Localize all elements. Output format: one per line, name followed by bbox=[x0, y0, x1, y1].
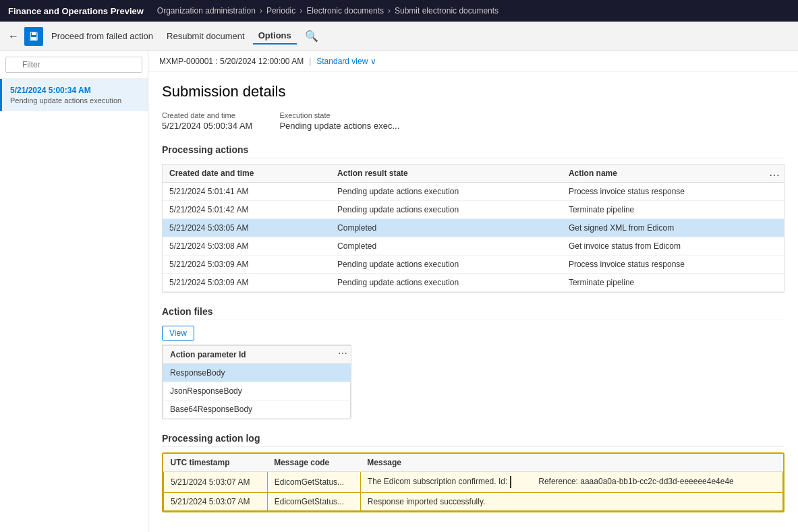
pa-date-1: 5/21/2024 5:01:42 AM bbox=[163, 201, 331, 219]
pa-state-5: Pending update actions execution bbox=[331, 274, 562, 292]
meta-created-value: 5/21/2024 05:00:34 AM bbox=[162, 121, 252, 131]
col-created: Created date and time bbox=[163, 165, 331, 183]
log-code-0: EdicomGetStatus... bbox=[267, 472, 360, 493]
processing-actions-title: Processing actions bbox=[162, 144, 785, 158]
meta-execution-value: Pending update actions exec... bbox=[279, 121, 399, 131]
log-col-message: Message bbox=[360, 454, 782, 472]
pa-action-1: Terminate pipeline bbox=[562, 201, 784, 219]
processing-action-row[interactable]: 5/21/2024 5:03:09 AM Pending update acti… bbox=[163, 274, 784, 292]
processing-action-row[interactable]: 5/21/2024 5:01:42 AM Pending update acti… bbox=[163, 201, 784, 219]
filter-input[interactable] bbox=[5, 57, 142, 73]
log-timestamp-0: 5/21/2024 5:03:07 AM bbox=[164, 472, 268, 493]
action-file-row[interactable]: ResponseBody bbox=[163, 364, 351, 382]
pa-state-3: Completed bbox=[331, 237, 562, 256]
log-ref-0: Reference: aaaa0a0a-bb1b-cc2c-dd3d-eeeee… bbox=[538, 477, 734, 486]
svg-rect-2 bbox=[31, 37, 36, 40]
cursor bbox=[510, 476, 511, 488]
log-message-1: Response imported successfully. bbox=[360, 493, 782, 511]
pa-date-2: 5/21/2024 5:03:05 AM bbox=[163, 219, 331, 237]
pa-state-0: Pending update actions execution bbox=[331, 183, 562, 201]
log-timestamp-1: 5/21/2024 5:03:07 AM bbox=[164, 493, 268, 511]
sidebar-item-desc: Pending update actions execution bbox=[10, 96, 140, 105]
view-chevron-icon: ∨ bbox=[370, 57, 376, 66]
action-files-section: Action files View ⋯ Action parameter Id … bbox=[162, 306, 785, 419]
meta-row: Created date and time 5/21/2024 05:00:34… bbox=[162, 111, 785, 131]
af-name-0: ResponseBody bbox=[163, 364, 351, 382]
meta-execution-label: Execution state bbox=[279, 111, 399, 119]
processing-action-row[interactable]: 5/21/2024 5:03:05 AM Completed Get signe… bbox=[163, 219, 784, 237]
main-layout: 🔍 5/21/2024 5:00:34 AM Pending update ac… bbox=[0, 51, 798, 532]
pa-state-4: Pending update actions execution bbox=[331, 256, 562, 274]
breadcrumb-electronic[interactable]: Electronic documents bbox=[306, 6, 384, 16]
save-icon bbox=[29, 32, 38, 41]
top-nav: Finance and Operations Preview Organizat… bbox=[0, 0, 798, 22]
processing-log-title: Processing action log bbox=[162, 433, 785, 447]
back-button[interactable]: ← bbox=[5, 28, 22, 45]
view-selector[interactable]: Standard view ∨ bbox=[316, 57, 376, 66]
breadcrumb-submit[interactable]: Submit electronic documents bbox=[395, 6, 498, 16]
action-file-row[interactable]: Base64ResponseBody bbox=[163, 401, 351, 419]
pa-date-4: 5/21/2024 5:03:09 AM bbox=[163, 256, 331, 274]
log-message-0: The Edicom subscription confirmed. Id:Re… bbox=[360, 472, 782, 493]
view-label: Standard view bbox=[316, 57, 368, 66]
log-col-code: Message code bbox=[267, 454, 360, 472]
pa-action-5: Terminate pipeline bbox=[562, 274, 784, 292]
meta-created: Created date and time 5/21/2024 05:00:34… bbox=[162, 111, 252, 131]
sidebar-item-date: 5/21/2024 5:00:34 AM bbox=[10, 86, 140, 95]
processing-actions-section: Processing actions ⋯ Created date and ti… bbox=[162, 144, 785, 293]
processing-action-row[interactable]: 5/21/2024 5:03:09 AM Pending update acti… bbox=[163, 256, 784, 274]
col-param-id: Action parameter Id bbox=[163, 346, 351, 364]
pa-state-1: Pending update actions execution bbox=[331, 201, 562, 219]
meta-created-label: Created date and time bbox=[162, 111, 252, 119]
options-button[interactable]: Options bbox=[253, 28, 297, 45]
breadcrumb-periodic[interactable]: Periodic bbox=[266, 6, 295, 16]
sidebar: 🔍 5/21/2024 5:00:34 AM Pending update ac… bbox=[0, 51, 148, 532]
sidebar-item-0[interactable]: 5/21/2024 5:00:34 AM Pending update acti… bbox=[0, 79, 148, 111]
svg-rect-1 bbox=[32, 32, 36, 35]
pa-action-4: Process invoice status response bbox=[562, 256, 784, 274]
filter-wrapper: 🔍 bbox=[5, 57, 142, 73]
resubmit-button[interactable]: Resubmit document bbox=[161, 28, 250, 44]
action-files-title: Action files bbox=[162, 306, 785, 320]
save-button[interactable] bbox=[24, 27, 43, 46]
log-code-1: EdicomGetStatus... bbox=[267, 493, 360, 511]
pa-date-5: 5/21/2024 5:03:09 AM bbox=[163, 274, 331, 292]
meta-execution: Execution state Pending update actions e… bbox=[279, 111, 399, 131]
col-state: Action result state bbox=[331, 165, 562, 183]
af-name-1: JsonResponseBody bbox=[163, 382, 351, 401]
af-name-2: Base64ResponseBody bbox=[163, 401, 351, 419]
action-files-table-wrapper: ⋯ Action parameter Id ResponseBodyJsonRe… bbox=[162, 345, 351, 419]
pa-state-2: Completed bbox=[331, 219, 562, 237]
files-more-button[interactable]: ⋯ bbox=[338, 348, 347, 359]
pa-action-0: Process invoice status response bbox=[562, 183, 784, 201]
action-file-row[interactable]: JsonResponseBody bbox=[163, 382, 351, 401]
page-title: Submission details bbox=[162, 83, 785, 100]
table-more-button[interactable]: ⋯ bbox=[769, 169, 780, 181]
action-bar: ← Proceed from failed action Resubmit do… bbox=[0, 22, 798, 51]
action-files-table: Action parameter Id ResponseBodyJsonResp… bbox=[163, 345, 351, 419]
breadcrumb: Organization administration › Periodic ›… bbox=[157, 6, 498, 16]
pa-action-2: Get signed XML from Edicom bbox=[562, 219, 784, 237]
pa-date-3: 5/21/2024 5:03:08 AM bbox=[163, 237, 331, 256]
log-col-timestamp: UTC timestamp bbox=[164, 454, 268, 472]
log-row[interactable]: 5/21/2024 5:03:07 AM EdicomGetStatus... … bbox=[164, 472, 783, 493]
log-table-wrapper: UTC timestamp Message code Message 5/21/… bbox=[162, 452, 785, 512]
view-button[interactable]: View bbox=[162, 326, 194, 341]
pa-date-0: 5/21/2024 5:01:41 AM bbox=[163, 183, 331, 201]
log-table: UTC timestamp Message code Message 5/21/… bbox=[163, 454, 783, 511]
processing-action-row[interactable]: 5/21/2024 5:01:41 AM Pending update acti… bbox=[163, 183, 784, 201]
app-title: Finance and Operations Preview bbox=[8, 6, 144, 16]
search-button[interactable]: 🔍 bbox=[300, 27, 324, 45]
proceed-failed-button[interactable]: Proceed from failed action bbox=[46, 28, 159, 44]
content-header-bar: MXMP-000001 : 5/20/2024 12:00:00 AM | St… bbox=[148, 51, 798, 72]
content-area: MXMP-000001 : 5/20/2024 12:00:00 AM | St… bbox=[148, 51, 798, 532]
processing-action-row[interactable]: 5/21/2024 5:03:08 AM Completed Get invoi… bbox=[163, 237, 784, 256]
log-row[interactable]: 5/21/2024 5:03:07 AM EdicomGetStatus... … bbox=[164, 493, 783, 511]
content-body: Submission details Created date and time… bbox=[148, 72, 798, 532]
col-action: Action name bbox=[562, 165, 784, 183]
processing-actions-table-wrapper[interactable]: ⋯ Created date and time Action result st… bbox=[162, 164, 785, 293]
processing-actions-table: Created date and time Action result stat… bbox=[163, 165, 784, 292]
record-id: MXMP-000001 : 5/20/2024 12:00:00 AM bbox=[159, 57, 304, 66]
breadcrumb-org[interactable]: Organization administration bbox=[157, 6, 256, 16]
processing-log-section: Processing action log UTC timestamp Mess… bbox=[162, 433, 785, 512]
